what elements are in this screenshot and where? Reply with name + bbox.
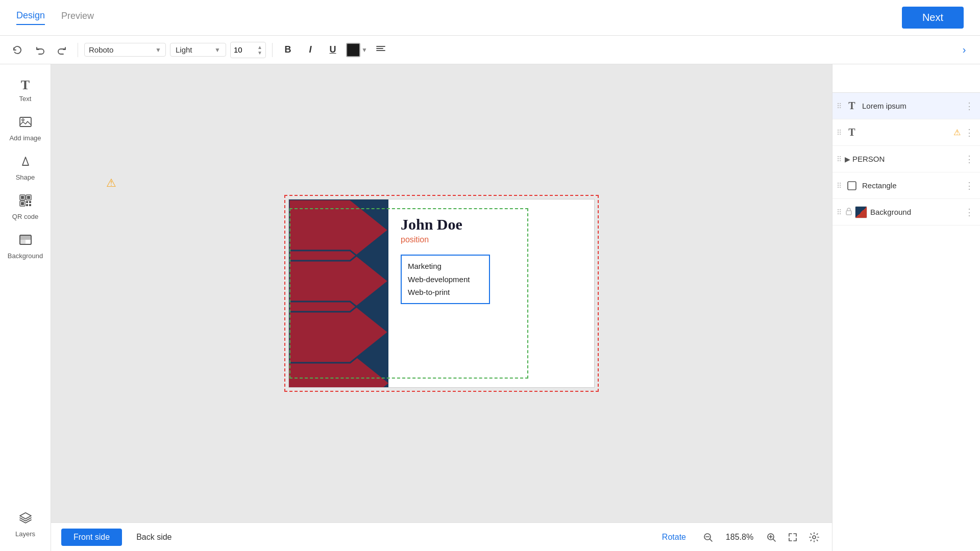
zoom-controls: Rotate 185.8%	[662, 530, 822, 545]
toolbar: Roboto ▼ Light ▼ 10 ▲▼ B I U ▼ ›	[0, 36, 980, 64]
font-family-value: Roboto	[89, 45, 113, 54]
layer-item-person[interactable]: ⠿ ▶ PERSON ⋮	[832, 146, 980, 172]
svg-line-31	[773, 539, 776, 541]
shape-icon	[18, 154, 33, 171]
sidebar-label-text: Text	[19, 95, 32, 103]
svg-rect-10	[21, 202, 24, 205]
layer-lock-icon	[845, 207, 853, 217]
canvas-card-wrapper: John Doe position Marketing Web-developm…	[288, 199, 595, 388]
layer-item-text2[interactable]: ⠿ T ⚠ ⋮	[832, 119, 980, 146]
sidebar-item-add-image[interactable]: Add image	[5, 110, 46, 147]
front-side-button[interactable]: Front side	[61, 529, 122, 546]
layer-more-icon-3[interactable]: ⋮	[963, 178, 976, 193]
drag-handle-icon-3: ⠿	[837, 182, 842, 190]
tab-design[interactable]: Design	[16, 10, 45, 25]
layer-text-icon: T	[845, 99, 859, 113]
zoom-out-button[interactable]	[700, 530, 716, 545]
layer-item-background[interactable]: ⠿ Background ⋮	[832, 199, 980, 226]
svg-rect-11	[26, 201, 28, 203]
font-family-select[interactable]: Roboto ▼	[84, 43, 166, 57]
card-list-item-2: Web-to-print	[408, 286, 483, 299]
font-family-chevron: ▼	[155, 46, 161, 54]
card-name: John Doe	[401, 216, 582, 233]
text-icon: T	[21, 78, 30, 93]
layer-more-icon-4[interactable]: ⋮	[963, 205, 976, 220]
tab-group: Design Preview	[16, 10, 94, 25]
redo-icon[interactable]	[53, 41, 71, 59]
rotate-button[interactable]: Rotate	[662, 533, 686, 542]
sidebar-item-background[interactable]: Background	[5, 228, 46, 265]
drag-handle-icon-2: ⠿	[837, 155, 842, 163]
expand-button[interactable]	[785, 530, 800, 545]
sidebar-item-shape[interactable]: Shape	[5, 149, 46, 186]
layers-list: ⠿ T Lorem ipsum ⋮ ⠿ T ⚠ ⋮ ⠿ ▶ PERSON ⋮	[832, 93, 980, 551]
sidebar-label-qrcode: QR code	[12, 213, 38, 220]
canvas-main[interactable]: John Doe position Marketing Web-developm…	[51, 64, 832, 522]
left-sidebar: T Text Add image Shape	[0, 64, 51, 551]
add-image-icon	[18, 115, 33, 132]
sidebar-item-layers[interactable]: Layers	[5, 506, 46, 543]
card-content: John Doe position Marketing Web-developm…	[388, 199, 594, 387]
layer-item-rectangle[interactable]: ⠿ Rectangle ⋮	[832, 172, 980, 199]
svg-rect-36	[846, 211, 851, 215]
svg-rect-3	[20, 117, 31, 127]
layer-background-thumb	[855, 206, 867, 218]
font-weight-value: Light	[176, 45, 192, 54]
align-button[interactable]	[372, 41, 390, 59]
svg-rect-8	[27, 196, 30, 199]
drag-handle-icon: ⠿	[837, 102, 842, 110]
chevron-background	[289, 199, 388, 387]
svg-point-34	[813, 536, 816, 539]
sidebar-label-add-image: Add image	[9, 134, 41, 142]
top-bar: Design Preview Next	[0, 0, 980, 36]
card-list-box[interactable]: Marketing Web-development Web-to-print	[401, 255, 490, 304]
qr-code-icon	[18, 193, 33, 211]
main-layout: T Text Add image Shape	[0, 64, 980, 551]
font-weight-chevron: ▼	[214, 46, 220, 54]
font-size-input[interactable]: 10 ▲▼	[230, 42, 266, 58]
svg-rect-13	[26, 204, 28, 206]
layer-more-icon-1[interactable]: ⋮	[963, 125, 976, 140]
layer-name-person: PERSON	[852, 155, 963, 163]
sidebar-label-background: Background	[8, 252, 43, 260]
sidebar-item-qrcode[interactable]: QR code	[5, 188, 46, 226]
back-side-button[interactable]: Back side	[128, 529, 180, 546]
right-panel: ⠿ T Lorem ipsum ⋮ ⠿ T ⚠ ⋮ ⠿ ▶ PERSON ⋮	[832, 64, 980, 551]
font-weight-select[interactable]: Light ▼	[170, 43, 226, 57]
canvas-warning-icon: ⚠	[106, 177, 116, 190]
next-button[interactable]: Next	[902, 7, 964, 29]
sidebar-item-text[interactable]: T Text	[5, 72, 46, 108]
settings-button[interactable]	[806, 530, 822, 545]
color-picker-group[interactable]: ▼	[346, 43, 368, 57]
underline-button[interactable]: U	[324, 41, 342, 59]
card-list-item-0: Marketing	[408, 260, 483, 273]
font-size-stepper[interactable]: ▲▼	[257, 44, 262, 56]
layer-more-icon-2[interactable]: ⋮	[963, 152, 976, 167]
divider-1	[78, 43, 78, 57]
italic-button[interactable]: I	[301, 41, 320, 59]
sidebar-label-shape: Shape	[16, 173, 35, 181]
undo-icon[interactable]	[31, 41, 49, 59]
history-icon[interactable]	[8, 41, 27, 59]
toolbar-right: ›	[957, 42, 972, 58]
layer-more-icon-0[interactable]: ⋮	[963, 98, 976, 114]
sidebar-label-layers: Layers	[15, 530, 35, 538]
color-swatch-chevron: ▼	[361, 46, 368, 54]
layer-item-lorem-ipsum[interactable]: ⠿ T Lorem ipsum ⋮	[832, 93, 980, 119]
canvas-card[interactable]: John Doe position Marketing Web-developm…	[288, 199, 595, 388]
svg-rect-6	[21, 196, 24, 199]
tab-preview[interactable]: Preview	[61, 11, 94, 24]
zoom-in-button[interactable]	[764, 530, 779, 545]
svg-rect-17	[20, 235, 31, 240]
layer-text-icon-2: T	[845, 126, 859, 140]
canvas-bottom-bar: Front side Back side Rotate 185.8%	[51, 522, 832, 551]
bold-button[interactable]: B	[279, 41, 297, 59]
font-size-value: 10	[234, 45, 257, 54]
text-color-swatch[interactable]	[346, 43, 360, 57]
layer-name-background: Background	[870, 208, 963, 216]
layer-shape-icon	[845, 179, 859, 193]
toolbar-expand-button[interactable]: ›	[957, 42, 972, 58]
layer-expand-icon[interactable]: ▶	[845, 155, 850, 163]
layers-icon	[18, 511, 33, 528]
svg-line-28	[710, 539, 713, 541]
